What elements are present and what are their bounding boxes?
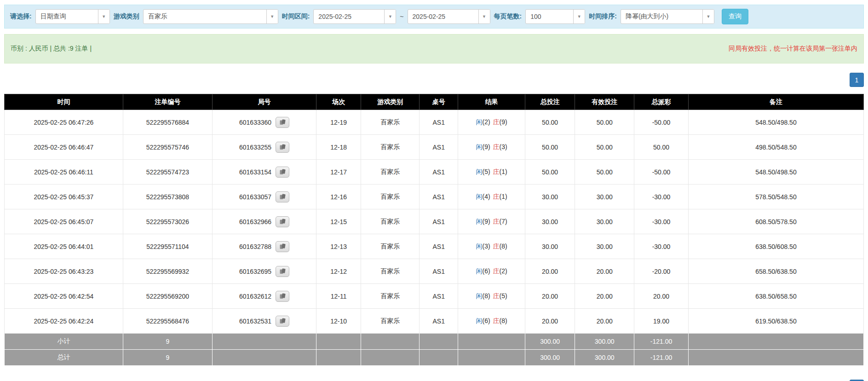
view-round-icon-button[interactable] — [276, 142, 289, 153]
total-bet-cell[interactable]: 30.00 — [525, 234, 575, 259]
game-type-cell: 百家乐 — [361, 284, 420, 309]
session-cell: 12-13 — [316, 234, 361, 259]
banker-result-score: (9) — [500, 118, 507, 126]
table-row: 2025-02-25 06:45:07 522295573026 6016329… — [5, 209, 864, 234]
total-count: 9 — [123, 350, 212, 366]
chevron-down-icon[interactable]: ▼ — [478, 10, 490, 23]
subtotal-payout: -121.00 — [634, 334, 689, 350]
chevron-down-icon[interactable]: ▼ — [266, 10, 278, 23]
total-bet-cell[interactable]: 20.00 — [525, 259, 575, 284]
session-cell: 12-18 — [316, 135, 361, 160]
table-no-cell: AS1 — [420, 110, 458, 135]
player-result-score: (9) — [482, 218, 490, 225]
game-type-cell: 百家乐 — [361, 234, 420, 259]
session-cell: 12-16 — [316, 185, 361, 209]
round-cell: 601633255 — [213, 135, 316, 160]
banker-result-score: (7) — [500, 218, 507, 225]
result-cell: 闲(8)庄(5) — [458, 284, 525, 309]
total-row: 总计 9 300.00 300.00 -121.00 — [5, 350, 864, 366]
subtotal-count: 9 — [123, 334, 212, 350]
payout-cell: -30.00 — [634, 185, 689, 209]
total-bet-cell[interactable]: 30.00 — [525, 185, 575, 209]
cards-icon — [279, 169, 286, 175]
time-cell: 2025-02-25 06:46:47 — [5, 135, 123, 160]
result-cell: 闲(9)庄(7) — [458, 209, 525, 234]
empty-cell — [361, 334, 420, 350]
time-cell: 2025-02-25 06:44:01 — [5, 234, 123, 259]
time-sort-select[interactable]: 降幂(由大到小) ▼ — [621, 9, 714, 24]
table-no-cell: AS1 — [420, 234, 458, 259]
date-to-select[interactable]: 2025-02-25 ▼ — [408, 9, 490, 24]
view-round-icon-button[interactable] — [276, 117, 289, 128]
col-table-no: 桌号 — [420, 94, 458, 110]
cards-icon — [279, 318, 286, 324]
player-result-score: (2) — [482, 118, 490, 126]
date-to-value: 2025-02-25 — [408, 10, 478, 23]
view-round-icon-button[interactable] — [276, 167, 289, 178]
view-round-icon-button[interactable] — [276, 216, 289, 227]
view-round-icon-button[interactable] — [276, 316, 289, 327]
total-bet-cell[interactable]: 50.00 — [525, 160, 575, 185]
time-cell: 2025-02-25 06:45:07 — [5, 209, 123, 234]
chevron-down-icon[interactable]: ▼ — [98, 10, 109, 23]
table-no-cell: AS1 — [420, 259, 458, 284]
query-type-value: 日期查询 — [36, 10, 98, 23]
chevron-down-icon[interactable]: ▼ — [573, 10, 585, 23]
round-cell: 601632695 — [213, 259, 316, 284]
time-cell: 2025-02-25 06:45:37 — [5, 185, 123, 209]
player-result-label: 闲 — [476, 267, 482, 275]
total-label: 总计 — [5, 350, 123, 366]
banker-result-label: 庄 — [493, 267, 500, 275]
round-number: 601632695 — [239, 268, 271, 275]
player-result-label: 闲 — [476, 193, 482, 200]
note-cell: 619.50/638.50 — [688, 309, 863, 334]
col-result: 结果 — [458, 94, 525, 110]
query-button[interactable]: 查询 — [722, 9, 748, 24]
total-bet-cell[interactable]: 50.00 — [525, 110, 575, 135]
banker-result-label: 庄 — [493, 143, 500, 150]
round-number: 601632788 — [239, 243, 271, 250]
session-cell: 12-17 — [316, 160, 361, 185]
cards-icon — [279, 194, 286, 200]
col-time: 时间 — [5, 94, 123, 110]
empty-cell — [316, 334, 361, 350]
player-result-score: (9) — [482, 143, 490, 150]
view-round-icon-button[interactable] — [276, 266, 289, 277]
chevron-down-icon[interactable]: ▼ — [384, 10, 396, 23]
query-type-select[interactable]: 日期查询 ▼ — [35, 9, 110, 24]
player-result-label: 闲 — [476, 168, 482, 175]
cards-icon — [279, 268, 286, 274]
page-1-button[interactable]: 1 — [850, 73, 864, 87]
game-type-select[interactable]: 百家乐 ▼ — [143, 9, 278, 24]
table-header: 时间 注单编号 局号 场次 游戏类别 桌号 结果 总投注 有效投注 总派彩 备注 — [5, 94, 864, 110]
total-bet-cell[interactable]: 50.00 — [525, 135, 575, 160]
date-from-value: 2025-02-25 — [314, 10, 384, 23]
col-payout: 总派彩 — [634, 94, 689, 110]
date-from-select[interactable]: 2025-02-25 ▼ — [313, 9, 396, 24]
time-sort-label: 时间排序: — [589, 12, 617, 21]
round-cell: 601632531 — [213, 309, 316, 334]
view-round-icon-button[interactable] — [276, 241, 289, 252]
session-cell: 12-11 — [316, 284, 361, 309]
game-type-cell: 百家乐 — [361, 135, 420, 160]
banker-result-score: (2) — [500, 267, 507, 275]
table-row: 2025-02-25 06:46:47 522295575746 6016332… — [5, 135, 864, 160]
bet-id-cell: 522295569200 — [123, 284, 212, 309]
time-sort-value: 降幂(由大到小) — [621, 10, 702, 23]
round-number: 601633255 — [239, 144, 271, 151]
valid-bet-cell: 20.00 — [575, 259, 634, 284]
player-result-label: 闲 — [476, 242, 482, 250]
chevron-down-icon[interactable]: ▼ — [702, 10, 714, 23]
empty-cell — [213, 334, 316, 350]
total-bet-cell[interactable]: 30.00 — [525, 209, 575, 234]
empty-cell — [361, 350, 420, 366]
per-page-select[interactable]: 100 ▼ — [525, 9, 585, 24]
bet-id-cell: 522295576884 — [123, 110, 212, 135]
empty-cell — [688, 350, 863, 366]
total-bet-cell[interactable]: 20.00 — [525, 284, 575, 309]
player-result-label: 闲 — [476, 218, 482, 225]
view-round-icon-button[interactable] — [276, 291, 289, 302]
view-round-icon-button[interactable] — [276, 191, 289, 202]
total-bet-cell[interactable]: 20.00 — [525, 309, 575, 334]
total-valid-bet: 300.00 — [575, 350, 634, 366]
